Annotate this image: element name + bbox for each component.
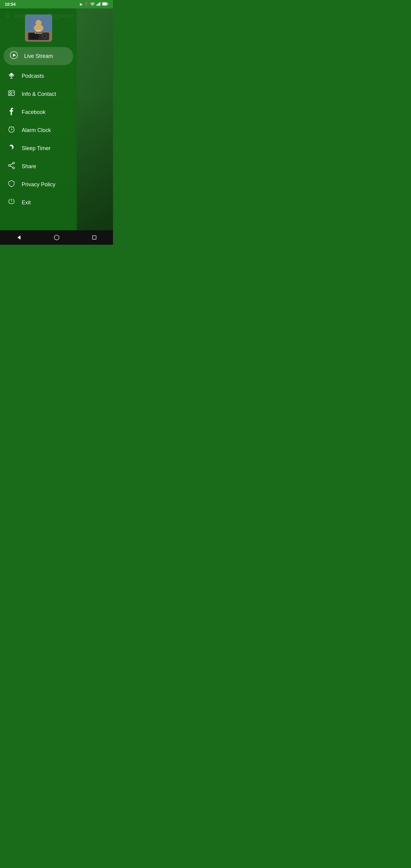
svg-rect-3 [98, 3, 99, 6]
svg-text:Broadcast: Broadcast [35, 32, 42, 34]
podcasts-label: Podcasts [22, 73, 44, 79]
facebook-label: Facebook [22, 109, 45, 116]
svg-point-40 [54, 235, 59, 240]
svg-point-15 [43, 35, 46, 37]
svg-rect-41 [93, 236, 96, 239]
menu-item-sleep-timer[interactable]: Sleep Timer [0, 139, 77, 157]
wifi-icon [90, 2, 95, 7]
bottom-navigation [0, 230, 113, 245]
back-button[interactable] [10, 230, 28, 245]
facebook-icon [7, 107, 16, 117]
background-image [73, 8, 113, 230]
play-indicator-icon: ▶ [80, 2, 83, 6]
svg-point-0 [92, 5, 93, 6]
status-icons: ▶ 📍 [80, 2, 108, 7]
podcast-icon [7, 71, 16, 81]
share-icon [7, 161, 16, 171]
svg-rect-7 [107, 3, 108, 4]
share-label: Share [22, 163, 36, 170]
menu-item-exit[interactable]: Exit [0, 193, 77, 212]
menu-item-share[interactable]: Share [0, 157, 77, 176]
menu-item-privacy-policy[interactable]: Privacy Policy [0, 176, 77, 193]
svg-line-30 [9, 127, 10, 127]
shield-icon [7, 180, 16, 189]
info-contact-icon [7, 89, 16, 99]
power-icon [7, 198, 16, 207]
location-icon: 📍 [84, 2, 89, 6]
exit-label: Exit [22, 199, 31, 206]
logo-image: Radio Broadcast [25, 14, 52, 41]
sleep-icon [7, 144, 16, 153]
menu-item-facebook[interactable]: Facebook [0, 103, 77, 121]
svg-rect-6 [102, 3, 107, 5]
alarm-clock-icon [7, 125, 16, 135]
svg-marker-39 [18, 236, 21, 240]
status-bar: 10:54 ▶ 📍 [0, 0, 113, 8]
svg-rect-13 [30, 33, 38, 39]
menu-item-podcasts[interactable]: Podcasts [0, 67, 77, 85]
navigation-drawer: Radio Broadcast Live Stream [0, 8, 77, 230]
app-logo: Radio Broadcast [25, 14, 52, 41]
svg-line-36 [10, 164, 13, 165]
info-contact-label: Info & Contact [22, 91, 56, 97]
svg-point-24 [10, 92, 11, 93]
menu-item-info-contact[interactable]: Info & Contact [0, 85, 77, 103]
logo-area: Radio Broadcast [0, 8, 77, 44]
svg-point-33 [13, 162, 14, 164]
svg-text:Radio: Radio [36, 30, 41, 32]
recent-apps-button[interactable] [85, 230, 103, 245]
menu-item-alarm-clock[interactable]: Alarm Clock [0, 121, 77, 139]
play-circle-icon [10, 51, 18, 61]
status-time: 10:54 [5, 2, 16, 7]
battery-icon [102, 2, 108, 7]
menu-items-list: Live Stream Podcasts [0, 44, 77, 230]
svg-rect-4 [100, 2, 101, 6]
svg-point-35 [13, 167, 14, 169]
signal-icon [96, 2, 101, 7]
svg-line-37 [10, 166, 13, 167]
svg-rect-2 [98, 4, 98, 6]
home-button[interactable] [48, 230, 66, 245]
svg-point-34 [8, 164, 10, 166]
sleep-timer-label: Sleep Timer [22, 145, 51, 152]
alarm-clock-label: Alarm Clock [22, 127, 51, 133]
live-stream-label: Live Stream [24, 53, 53, 59]
svg-rect-1 [96, 4, 97, 6]
privacy-policy-label: Privacy Policy [22, 181, 56, 188]
svg-point-20 [10, 73, 13, 75]
menu-item-live-stream[interactable]: Live Stream [4, 47, 73, 65]
svg-marker-19 [13, 54, 16, 57]
svg-line-31 [13, 127, 14, 127]
